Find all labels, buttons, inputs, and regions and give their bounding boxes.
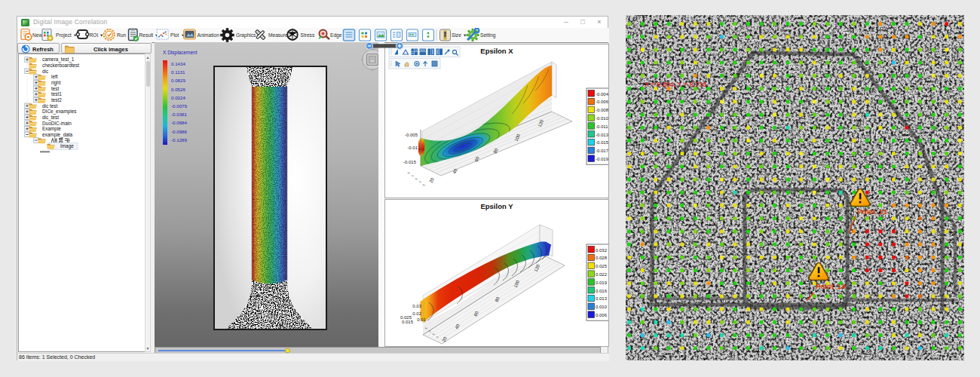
svg-text:Plot: Plot bbox=[170, 32, 179, 38]
svg-text:Setting: Setting bbox=[480, 32, 496, 38]
svg-text:0: 0 bbox=[410, 174, 415, 178]
svg-text:test2: test2 bbox=[51, 97, 62, 103]
svg-text:0.006: 0.006 bbox=[596, 313, 608, 317]
svg-text:DuoDIC-main: DuoDIC-main bbox=[42, 121, 72, 126]
svg-text:-0.01: -0.01 bbox=[407, 146, 418, 150]
svg-text:0.0526: 0.0526 bbox=[171, 87, 185, 92]
svg-text:checkerboardtest: checkerboardtest bbox=[42, 63, 79, 68]
svg-text:Size: Size bbox=[452, 32, 461, 38]
svg-text:0.1434: 0.1434 bbox=[171, 61, 185, 66]
svg-text:20: 20 bbox=[428, 176, 435, 183]
svg-text:-0.0079: -0.0079 bbox=[171, 103, 188, 109]
svg-text:Graphics: Graphics bbox=[236, 32, 256, 38]
svg-text:Point_13: Point_13 bbox=[857, 207, 887, 216]
svg-text:-0.019: -0.019 bbox=[596, 157, 608, 161]
svg-text:example_data: example_data bbox=[42, 132, 73, 138]
svg-text:Edge: Edge bbox=[330, 32, 342, 38]
svg-text:New: New bbox=[32, 32, 42, 38]
svg-text:Project: Project bbox=[56, 32, 72, 38]
svg-text:-0.0986: -0.0986 bbox=[171, 129, 188, 134]
svg-text:5: 5 bbox=[414, 177, 418, 181]
svg-text:-0.006: -0.006 bbox=[596, 100, 608, 104]
svg-text:0.028: 0.028 bbox=[596, 256, 608, 260]
svg-text:-0.017: -0.017 bbox=[596, 149, 608, 153]
svg-text:0.032: 0.032 bbox=[596, 248, 608, 253]
svg-text:0.013: 0.013 bbox=[596, 296, 608, 301]
svg-text:0.0224: 0.0224 bbox=[171, 95, 185, 100]
svg-text:-0.005: -0.005 bbox=[405, 133, 418, 137]
svg-text:0.010: 0.010 bbox=[596, 305, 608, 309]
svg-text:X Displacement: X Displacement bbox=[163, 50, 198, 56]
svg-text:Result: Result bbox=[139, 32, 154, 38]
svg-text:dic: dic bbox=[42, 69, 49, 74]
svg-text:-0.013: -0.013 bbox=[596, 133, 608, 137]
svg-text:dic test: dic test bbox=[42, 103, 57, 109]
svg-text:ROI: ROI bbox=[90, 32, 99, 38]
svg-text:Animation: Animation bbox=[198, 32, 220, 38]
svg-text:0.015: 0.015 bbox=[402, 320, 414, 324]
svg-text:X = 6.804, Y = 8.733: X = 6.804, Y = 8.733 bbox=[645, 81, 706, 88]
svg-text:-0.010: -0.010 bbox=[596, 116, 608, 121]
svg-text:Run: Run bbox=[117, 32, 126, 38]
svg-text:-0.004: -0.004 bbox=[596, 92, 608, 97]
svg-text:5: 5 bbox=[406, 171, 411, 175]
svg-text:0: 0 bbox=[418, 180, 422, 184]
svg-text:0.02: 0.02 bbox=[412, 311, 421, 316]
svg-text:test: test bbox=[51, 86, 60, 91]
svg-text:-0.0684: -0.0684 bbox=[171, 120, 188, 125]
svg-text:0.019: 0.019 bbox=[596, 280, 608, 285]
svg-text:-0.015: -0.015 bbox=[403, 160, 417, 164]
svg-text:0.01: 0.01 bbox=[417, 317, 426, 322]
svg-text:0.0829: 0.0829 bbox=[171, 78, 185, 83]
svg-text:0.022: 0.022 bbox=[596, 272, 608, 277]
svg-text:Stress: Stress bbox=[301, 32, 315, 38]
svg-text:-0.015: -0.015 bbox=[596, 140, 608, 145]
svg-text:Image: Image bbox=[60, 143, 74, 149]
svg-text:0.03: 0.03 bbox=[412, 304, 421, 308]
svg-text:5: 5 bbox=[421, 183, 426, 187]
svg-text:Point_14: Point_14 bbox=[816, 282, 846, 290]
svg-text:0.025: 0.025 bbox=[596, 264, 608, 268]
svg-text:Measure: Measure bbox=[268, 32, 288, 38]
svg-text:test1: test1 bbox=[51, 91, 62, 97]
svg-text:-0.008: -0.008 bbox=[596, 108, 608, 112]
svg-text:-0.0381: -0.0381 bbox=[171, 112, 188, 117]
svg-text:-0.011: -0.011 bbox=[596, 124, 608, 129]
svg-text:left: left bbox=[51, 74, 58, 79]
svg-text:0.016: 0.016 bbox=[596, 289, 608, 293]
svg-text:0.1131: 0.1131 bbox=[171, 69, 185, 75]
svg-text:-0.1289: -0.1289 bbox=[171, 137, 188, 143]
